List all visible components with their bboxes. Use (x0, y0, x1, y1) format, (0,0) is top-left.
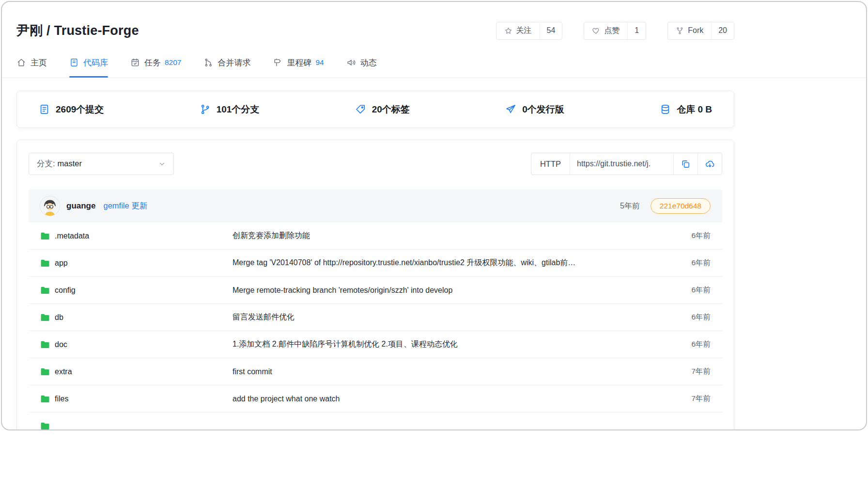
file-time: 6年前 (667, 258, 711, 268)
file-time: 7年前 (667, 366, 711, 377)
commit-sha-badge[interactable]: 221e70d648 (651, 198, 711, 214)
commit-message-link[interactable]: gemfile 更新 (103, 201, 147, 211)
stat-commits[interactable]: 2609个提交 (39, 103, 104, 116)
avatar[interactable] (40, 196, 60, 216)
home-icon (16, 58, 26, 67)
tab-milestones-label: 里程碑 (287, 57, 311, 68)
commit-time: 5年前 (620, 201, 640, 211)
protocol-button[interactable]: HTTP (531, 153, 570, 175)
folder-icon (40, 421, 50, 431)
stat-tags-label: 20个标签 (372, 103, 410, 116)
file-name[interactable]: files (55, 395, 68, 403)
branch-selector[interactable]: 分支:master (29, 153, 174, 175)
commit-author[interactable]: guange (66, 201, 95, 211)
stat-commits-label: 2609个提交 (56, 103, 104, 116)
tab-repository[interactable]: 代码库 (69, 48, 108, 78)
fork-button[interactable]: Fork 20 (667, 22, 734, 40)
stat-tags[interactable]: 20个标签 (355, 103, 410, 116)
header-actions: 关注 54 点赞 1 Fork 20 (496, 22, 735, 40)
watch-count[interactable]: 54 (540, 22, 562, 39)
task-icon (130, 58, 140, 67)
file-row[interactable]: files add the project what one watch 7年前 (29, 385, 722, 413)
avatar-image (40, 196, 60, 216)
file-name[interactable]: doc (55, 340, 67, 349)
chevron-down-icon (158, 160, 166, 168)
tag-icon (355, 104, 366, 115)
tab-home[interactable]: 主页 (16, 48, 47, 78)
file-row-partial[interactable] (29, 413, 722, 430)
branch-icon (200, 104, 211, 115)
repo-toolbar: 分支:master HTTP https://git.trustie.net/j… (29, 153, 722, 175)
file-time: 7年前 (667, 394, 711, 404)
file-name[interactable]: .metadata (55, 232, 89, 240)
activity-icon (346, 58, 356, 67)
tab-milestones-badge: 94 (315, 58, 324, 67)
file-commit-message[interactable]: 1.添加文档 2.邮件中缺陷序号计算机制优化 2.项目、课程动态优化 (232, 339, 667, 350)
star-icon (504, 27, 512, 35)
file-commit-message[interactable]: 创新竞赛添加删除功能 (232, 231, 667, 241)
merge-icon (203, 58, 213, 67)
repo-icon (69, 58, 79, 67)
clone-url-field[interactable]: https://git.trustie.net/j. (570, 153, 673, 175)
fork-count[interactable]: 20 (711, 22, 734, 39)
cloud-download-icon (705, 159, 715, 169)
file-row[interactable]: doc 1.添加文档 2.邮件中缺陷序号计算机制优化 2.项目、课程动态优化 6… (29, 331, 722, 358)
file-row[interactable]: extra first commit 7年前 (29, 358, 722, 385)
file-commit-message[interactable]: Merge remote-tracking branch 'remotes/or… (232, 286, 667, 295)
commit-icon (39, 104, 50, 115)
file-row[interactable]: db 留言发送邮件优化 6年前 (29, 304, 722, 331)
folder-icon (40, 367, 50, 377)
tab-milestones[interactable]: 里程碑 94 (273, 48, 324, 78)
praise-count[interactable]: 1 (627, 22, 646, 39)
latest-commit-bar: guange gemfile 更新 5年前 221e70d648 (29, 190, 722, 223)
storage-icon (660, 104, 671, 115)
copy-icon (681, 159, 691, 169)
file-row[interactable]: .metadata 创新竞赛添加删除功能 6年前 (29, 223, 722, 250)
tab-tasks[interactable]: 任务 8207 (130, 48, 181, 78)
file-name[interactable]: db (55, 313, 63, 322)
file-time: 6年前 (667, 312, 711, 322)
app-window: 尹刚 / Trustie-Forge 关注 54 点赞 1 (1, 1, 867, 430)
branch-label: 分支: (37, 159, 55, 168)
praise-label: 点赞 (604, 26, 620, 36)
milestone-icon (273, 58, 282, 67)
file-name[interactable]: extra (55, 367, 72, 376)
page-header: 尹刚 / Trustie-Forge 关注 54 点赞 1 (16, 2, 734, 48)
watch-button[interactable]: 关注 54 (496, 22, 563, 40)
tab-tasks-badge: 8207 (165, 58, 181, 67)
tab-home-label: 主页 (31, 57, 47, 68)
file-time: 6年前 (667, 231, 711, 241)
folder-icon (40, 394, 50, 404)
folder-icon (40, 313, 50, 322)
file-commit-message[interactable]: Merge tag 'V20140708' of http://reposito… (232, 258, 667, 268)
file-time: 6年前 (667, 339, 711, 350)
file-commit-message[interactable]: 留言发送邮件优化 (232, 312, 667, 322)
file-row[interactable]: app Merge tag 'V20140708' of http://repo… (29, 250, 722, 277)
stat-branches-label: 101个分支 (217, 103, 260, 116)
folder-icon (40, 231, 50, 241)
file-name[interactable]: config (55, 286, 76, 295)
file-time: 6年前 (667, 285, 711, 295)
file-commit-message[interactable]: first commit (232, 367, 667, 376)
file-row[interactable]: config Merge remote-tracking branch 'rem… (29, 277, 722, 304)
repo-file-card: 分支:master HTTP https://git.trustie.net/j… (16, 140, 734, 430)
stat-storage[interactable]: 仓库 0 B (660, 103, 712, 116)
repo-title: 尹刚 / Trustie-Forge (16, 22, 139, 39)
praise-button[interactable]: 点赞 1 (584, 22, 646, 40)
tab-activity[interactable]: 动态 (346, 48, 377, 78)
watch-label: 关注 (516, 26, 532, 36)
stat-branches[interactable]: 101个分支 (200, 103, 260, 116)
repo-stats-card: 2609个提交 101个分支 20个标签 0个发行版 仓库 0 B (16, 91, 734, 128)
file-name[interactable]: app (55, 259, 68, 268)
tab-tasks-label: 任务 (144, 57, 161, 68)
tab-activity-label: 动态 (360, 57, 377, 68)
file-commit-message[interactable]: add the project what one watch (232, 395, 667, 403)
folder-icon (40, 340, 50, 350)
tab-merge-requests[interactable]: 合并请求 (203, 48, 250, 78)
copy-url-button[interactable] (673, 153, 698, 175)
download-button[interactable] (698, 153, 722, 175)
clone-url-group: HTTP https://git.trustie.net/j. (531, 153, 722, 175)
tab-repository-label: 代码库 (83, 57, 108, 68)
fork-label: Fork (688, 26, 703, 35)
stat-releases[interactable]: 0个发行版 (505, 103, 564, 116)
